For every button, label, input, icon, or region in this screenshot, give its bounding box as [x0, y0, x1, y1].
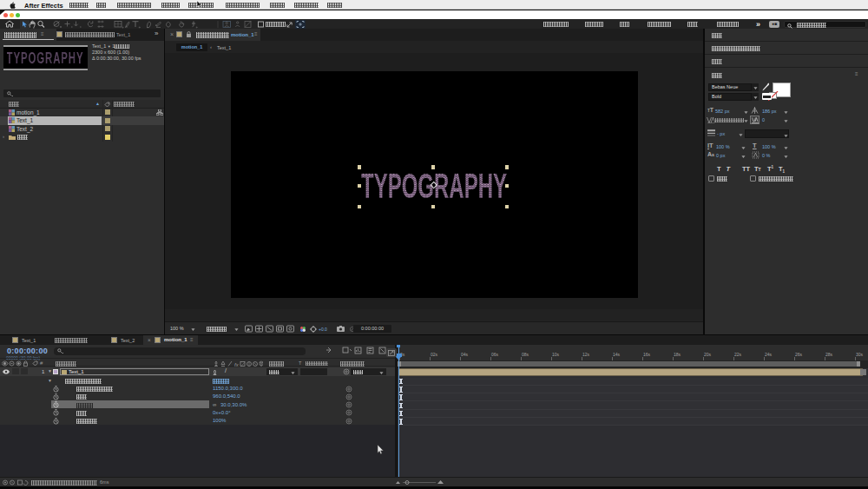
svg-text:fx: fx — [234, 361, 240, 367]
